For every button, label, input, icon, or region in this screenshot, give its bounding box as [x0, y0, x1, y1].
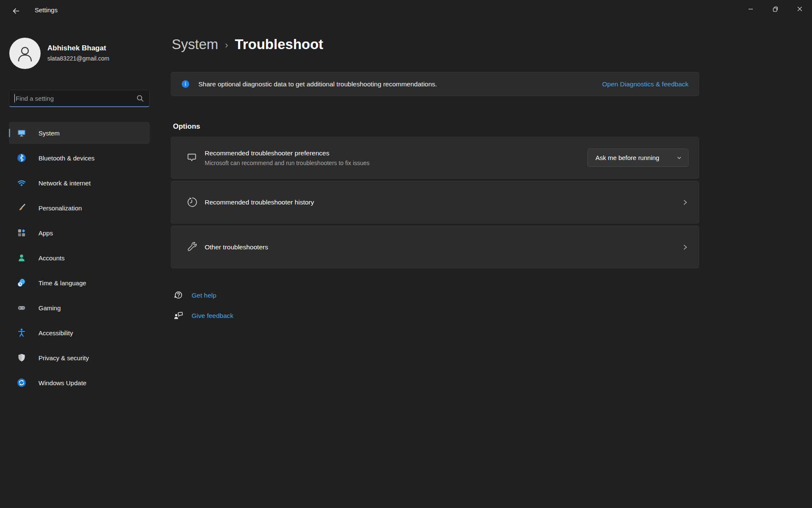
get-help-label: Get help [192, 292, 217, 299]
page-title: Troubleshoot [235, 36, 323, 52]
info-icon [181, 80, 189, 88]
sidebar-item-time-language[interactable]: Time & language [9, 272, 150, 294]
dropdown-value: Ask me before running [595, 154, 659, 161]
wrench-icon [186, 241, 198, 253]
text-caret [14, 94, 15, 102]
selected-indicator [9, 129, 10, 137]
feedback-person-icon [173, 310, 184, 322]
sidebar-item-label: Bluetooth & devices [38, 155, 95, 162]
titlebar: Settings [0, 0, 812, 20]
window-controls [738, 0, 812, 18]
sidebar-item-network-internet[interactable]: Network & internet [9, 172, 150, 194]
preferences-dropdown[interactable]: Ask me before running [587, 149, 689, 167]
card-troubleshooter-preferences: Recommended troubleshooter preferences M… [171, 137, 699, 179]
update-arrows-icon [17, 378, 26, 387]
get-help-link[interactable]: Get help [173, 288, 233, 303]
minimize-icon [746, 5, 755, 13]
open-diagnostics-link[interactable]: Open Diagnostics & feedback [602, 80, 689, 88]
breadcrumb: System › Troubleshoot [172, 36, 323, 52]
card-other-troubleshooters[interactable]: Other troubleshooters [171, 226, 699, 268]
card-text: Recommended troubleshooter history [205, 199, 314, 206]
feedback-bubble-icon [186, 152, 198, 163]
sidebar-item-label: Privacy & security [38, 354, 89, 362]
close-button[interactable] [787, 0, 812, 18]
profile-name: Abhishek Bhagat [47, 44, 110, 52]
avatar[interactable] [9, 38, 41, 69]
bluetooth-icon [17, 153, 26, 163]
paintbrush-icon [17, 203, 26, 213]
sidebar-item-label: Windows Update [38, 379, 86, 387]
footer-links: Get help Give feedback [173, 288, 233, 329]
sidebar-item-accounts[interactable]: Accounts [9, 247, 150, 269]
sidebar-item-windows-update[interactable]: Windows Update [9, 372, 150, 394]
give-feedback-label: Give feedback [192, 312, 233, 320]
app-title: Settings [35, 6, 58, 14]
sidebar-item-accessibility[interactable]: Accessibility [9, 322, 150, 344]
card-subtitle: Microsoft can recommend and run troubles… [205, 160, 370, 166]
person-icon [17, 253, 26, 262]
card-title: Other troubleshooters [205, 243, 268, 251]
chevron-down-icon [676, 155, 682, 161]
profile-email: slata83221@gmail.com [47, 55, 110, 62]
sidebar-item-label: Accessibility [38, 329, 73, 337]
restore-icon [771, 5, 779, 13]
give-feedback-link[interactable]: Give feedback [173, 308, 233, 323]
card-text: Recommended troubleshooter preferences M… [205, 149, 370, 166]
monitor-icon [17, 128, 26, 138]
sidebar-item-gaming[interactable]: Gaming [9, 297, 150, 319]
card-text: Other troubleshooters [205, 243, 268, 251]
close-icon [796, 5, 804, 13]
banner-message: Share optional diagnostic data to get ad… [198, 80, 437, 88]
profile-block[interactable]: Abhishek Bhagat slata83221@gmail.com [47, 44, 110, 62]
gamepad-icon [17, 303, 26, 312]
card-title: Recommended troubleshooter preferences [205, 149, 370, 157]
breadcrumb-parent[interactable]: System [172, 36, 218, 52]
person-outline-icon [15, 44, 35, 63]
options-heading: Options [173, 122, 200, 131]
sidebar-item-label: Accounts [38, 254, 65, 262]
breadcrumb-separator-icon: › [225, 40, 228, 51]
help-headset-icon [173, 290, 184, 301]
sidebar-item-label: Network & internet [38, 179, 91, 187]
card-troubleshooter-history[interactable]: Recommended troubleshooter history [171, 181, 699, 224]
sidebar-item-privacy-security[interactable]: Privacy & security [9, 347, 150, 369]
sidebar-item-personalization[interactable]: Personalization [9, 197, 150, 219]
card-title: Recommended troubleshooter history [205, 199, 314, 206]
wifi-icon [17, 178, 26, 188]
shield-icon [17, 353, 26, 362]
diagnostic-banner: Share optional diagnostic data to get ad… [171, 72, 699, 96]
sidebar-item-system[interactable]: System [9, 122, 150, 144]
sidebar-item-label: Apps [38, 229, 53, 237]
globe-clock-icon [17, 278, 26, 287]
sidebar-item-label: System [38, 130, 60, 137]
sidebar-item-bluetooth-devices[interactable]: Bluetooth & devices [9, 147, 150, 169]
sidebar-nav: System Bluetooth & devices Network & int… [9, 122, 150, 397]
sidebar-item-label: Time & language [38, 279, 86, 287]
back-button[interactable] [8, 4, 25, 18]
sidebar-item-label: Personalization [38, 204, 82, 212]
search-input[interactable] [16, 95, 136, 102]
chevron-right-icon [682, 244, 689, 251]
sidebar-item-label: Gaming [38, 304, 61, 312]
search-box[interactable] [9, 90, 150, 107]
accessibility-person-icon [17, 328, 26, 337]
search-icon [136, 94, 144, 102]
back-arrow-icon [12, 7, 20, 15]
chevron-right-icon [682, 199, 689, 206]
minimize-button[interactable] [738, 0, 763, 18]
sidebar-item-apps[interactable]: Apps [9, 222, 150, 244]
apps-grid-icon [17, 228, 26, 237]
restore-button[interactable] [763, 0, 787, 18]
sidebar: Abhishek Bhagat slata83221@gmail.com Sys… [0, 20, 161, 508]
history-clock-icon [186, 196, 198, 208]
